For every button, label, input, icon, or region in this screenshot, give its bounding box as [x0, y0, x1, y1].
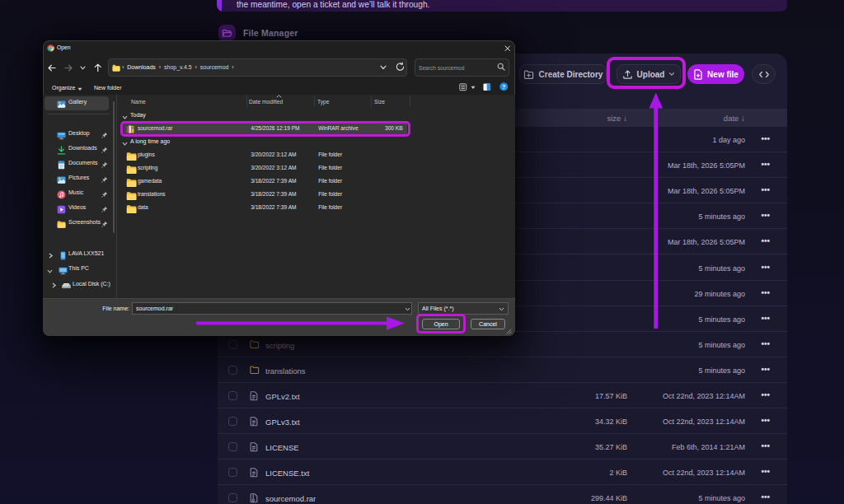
svg-text:?: ?: [502, 84, 505, 91]
